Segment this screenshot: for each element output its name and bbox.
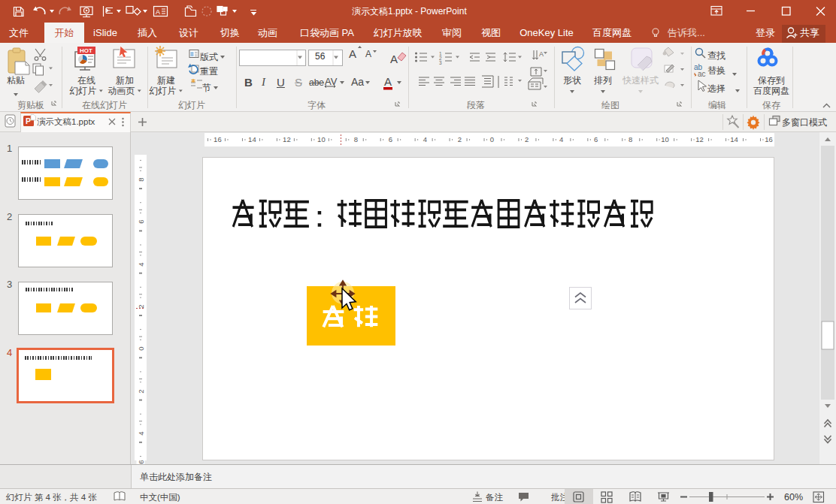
svg-text:HOT: HOT xyxy=(80,47,92,54)
svg-text:3: 3 xyxy=(439,60,442,65)
svg-text:A: A xyxy=(539,50,544,58)
svg-text:A: A xyxy=(156,8,160,16)
svg-text:A: A xyxy=(390,53,398,65)
svg-text:P: P xyxy=(26,116,31,125)
svg-text:ac: ac xyxy=(698,70,706,78)
